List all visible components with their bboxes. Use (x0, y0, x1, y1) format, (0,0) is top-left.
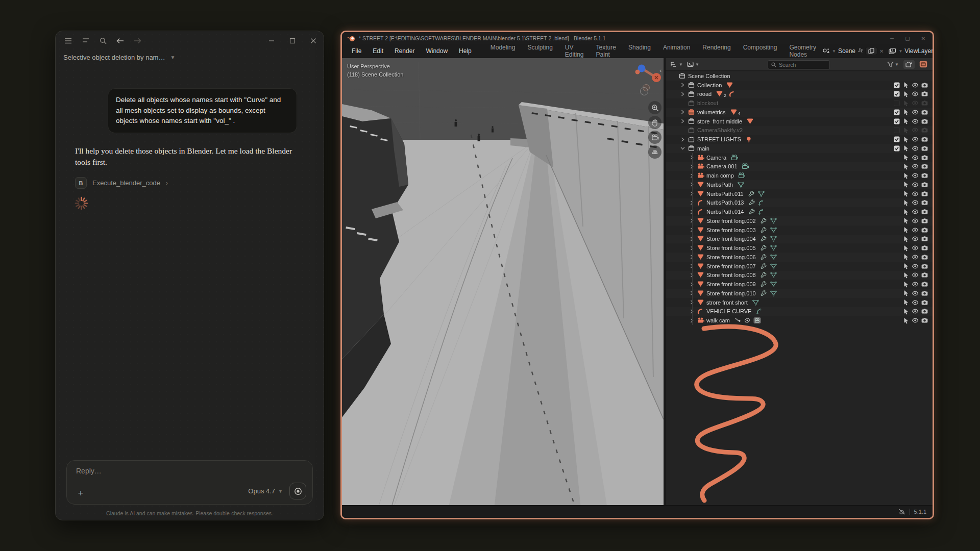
outliner-row[interactable]: blockout (666, 98, 933, 108)
outliner-item-label[interactable]: VEHICLE CURVE (706, 308, 751, 314)
outliner-item-label[interactable]: Scene Collection (688, 73, 730, 79)
workspace-tab[interactable]: Rendering (696, 42, 737, 60)
visibility-toggle-icon[interactable] (912, 136, 919, 143)
selectable-toggle-icon[interactable] (902, 299, 910, 306)
outliner-row[interactable]: Store front long.006 (666, 253, 933, 262)
outliner-row[interactable]: Store front long.010 (666, 289, 933, 298)
navigation-gizmo[interactable] (626, 61, 664, 97)
pan-hand-button[interactable] (648, 116, 662, 129)
workspace-tab[interactable]: Modeling (484, 42, 522, 60)
selectable-toggle-icon[interactable] (902, 145, 910, 152)
outliner-row[interactable]: strore front short (666, 298, 933, 307)
selectable-toggle-icon[interactable] (902, 172, 910, 179)
outliner-search-input[interactable]: Search (768, 60, 830, 69)
visibility-toggle-icon[interactable] (912, 290, 919, 297)
workspace-tab[interactable]: Sculpting (521, 42, 558, 60)
expand-icon[interactable] (680, 82, 685, 88)
outliner-row[interactable]: Scene Collection (666, 71, 933, 81)
outliner-item-label[interactable]: Store front long.008 (706, 272, 756, 278)
visibility-toggle-icon[interactable] (912, 254, 919, 261)
render-toggle-icon[interactable] (921, 290, 928, 297)
zoom-button[interactable] (648, 101, 662, 114)
render-toggle-icon[interactable] (921, 190, 928, 197)
menu-item[interactable]: Window (420, 46, 453, 56)
visibility-toggle-icon[interactable] (912, 127, 919, 134)
render-toggle-icon[interactable] (921, 199, 928, 206)
expand-icon[interactable] (680, 109, 685, 115)
exclude-checkbox-icon[interactable] (893, 82, 901, 89)
selectable-toggle-icon[interactable] (902, 217, 910, 224)
visibility-toggle-icon[interactable] (912, 244, 919, 252)
back-icon[interactable] (116, 36, 125, 45)
render-toggle-icon[interactable] (921, 118, 928, 125)
outliner-item-label[interactable]: walk cam (706, 317, 730, 323)
outliner-item-label[interactable]: rooad (697, 91, 712, 97)
outliner-item-label[interactable]: Collection (697, 82, 722, 88)
outliner-row[interactable]: Camera (666, 153, 933, 162)
visibility-toggle-icon[interactable] (912, 118, 919, 125)
visibility-toggle-icon[interactable] (912, 109, 919, 116)
outliner-item-label[interactable]: volumetrics (697, 109, 726, 115)
selectable-toggle-icon[interactable] (902, 281, 910, 288)
outliner-item-label[interactable]: Camera (706, 155, 726, 161)
selectable-toggle-icon[interactable] (902, 118, 910, 125)
outliner-row[interactable]: Store front long.002 (666, 216, 933, 226)
selectable-toggle-icon[interactable] (902, 154, 910, 161)
selectable-toggle-icon[interactable] (902, 271, 910, 279)
ortho-grid-button[interactable] (648, 145, 662, 159)
render-toggle-icon[interactable] (921, 254, 928, 261)
outliner-row[interactable]: volumetrics4 (666, 108, 933, 117)
selectable-toggle-icon[interactable] (902, 235, 910, 242)
outliner-item-label[interactable]: main (697, 145, 709, 152)
outliner-item-label[interactable]: store front middle (697, 118, 742, 124)
outliner-row[interactable]: main comp (666, 171, 933, 180)
outliner-row[interactable]: Store front long.004 (666, 235, 933, 244)
unlink-scene-icon[interactable]: ✕ (879, 48, 884, 54)
reply-composer[interactable]: Reply… + Opus 4.7 ▼ (66, 460, 313, 505)
outliner-item-label[interactable]: Store front long.010 (706, 290, 756, 296)
exclude-checkbox-icon[interactable] (893, 99, 901, 107)
selectable-toggle-icon[interactable] (902, 290, 910, 297)
filter-button[interactable]: ▼ (885, 60, 901, 68)
render-toggle-icon[interactable] (921, 172, 928, 179)
render-toggle-icon[interactable] (921, 271, 928, 279)
exclude-checkbox-icon[interactable] (893, 145, 901, 152)
outliner-item-label[interactable]: Store front long.003 (706, 227, 756, 233)
outliner-item-label[interactable]: NurbsPath.011 (706, 191, 744, 197)
model-selector[interactable]: Opus 4.7 ▼ (248, 487, 283, 495)
outliner-item-label[interactable]: Camera.001 (706, 163, 738, 169)
new-scene-button[interactable] (865, 47, 877, 55)
viewport-3d[interactable]: User Perspective (118) Scene Collection … (342, 58, 664, 509)
selectable-toggle-icon[interactable] (902, 199, 910, 206)
selectable-toggle-icon[interactable] (902, 163, 910, 170)
minimize-button[interactable] (267, 36, 276, 45)
render-toggle-icon[interactable] (921, 82, 928, 89)
selectable-toggle-icon[interactable] (902, 82, 910, 89)
visibility-toggle-icon[interactable] (912, 299, 919, 306)
outliner-item-label[interactable]: Store front long.007 (706, 263, 756, 269)
outliner-item-label[interactable]: NurbsPath.014 (706, 209, 744, 215)
render-toggle-icon[interactable] (921, 136, 928, 143)
conversation-title[interactable]: Selective object deletion by nam… ▼ (63, 54, 175, 61)
exclude-checkbox-icon[interactable] (893, 136, 901, 143)
new-collection-button[interactable] (903, 60, 915, 69)
visibility-toggle-icon[interactable] (912, 235, 919, 242)
chat-list-icon[interactable] (81, 36, 90, 45)
outliner-row[interactable]: Store front long.003 (666, 226, 933, 235)
outliner-item-label[interactable]: Store front long.006 (706, 254, 756, 260)
visibility-toggle-icon[interactable] (912, 172, 919, 179)
selectable-toggle-icon[interactable] (902, 308, 910, 315)
outliner-row[interactable]: rooad2 (666, 90, 933, 99)
outliner-row[interactable]: STREET LIGHTS (666, 135, 933, 144)
render-toggle-icon[interactable] (921, 227, 928, 234)
add-attachment-button[interactable]: + (75, 488, 86, 499)
selectable-toggle-icon[interactable] (902, 90, 910, 97)
selectable-toggle-icon[interactable] (902, 244, 910, 252)
exclude-checkbox-icon[interactable] (893, 109, 901, 116)
reply-input[interactable]: Reply… (76, 467, 102, 475)
menu-item[interactable]: Help (453, 46, 477, 56)
visibility-toggle-icon[interactable] (912, 199, 919, 206)
render-toggle-icon[interactable] (921, 163, 928, 170)
visibility-toggle-icon[interactable] (912, 271, 919, 279)
outliner-row[interactable]: NurbsPath.014 (666, 207, 933, 216)
